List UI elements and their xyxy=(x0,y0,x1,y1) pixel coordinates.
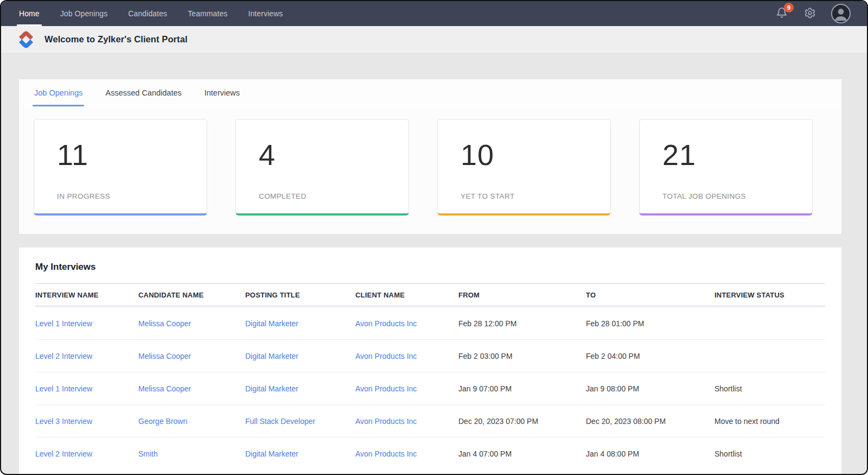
posting-title-link[interactable]: Digital Marketer xyxy=(245,352,355,360)
column-header-posting-title: POSTING TITLE xyxy=(245,291,355,299)
job-openings-panel: Job Openings Assessed Candidates Intervi… xyxy=(19,79,841,234)
stat-card-in-progress[interactable]: 11 IN PROGRESS xyxy=(34,119,207,216)
stat-value: 11 xyxy=(57,139,88,171)
to-cell: Feb 28 01:00 PM xyxy=(586,319,714,328)
stat-card-total-job-openings[interactable]: 21 TOTAL JOB OPENINGS xyxy=(639,119,813,216)
main-content: Job Openings Assessed Candidates Intervi… xyxy=(1,79,867,475)
column-header-interview-status: INTERVIEW STATUS xyxy=(714,291,825,299)
dashboard-tabs: Job Openings Assessed Candidates Intervi… xyxy=(19,79,841,106)
table-header: INTERVIEW NAME CANDIDATE NAME POSTING TI… xyxy=(35,283,825,306)
candidate-name-link[interactable]: Melissa Cooper xyxy=(138,384,245,393)
status-cell: Shortlist xyxy=(714,384,825,393)
status-cell: Shortlist xyxy=(714,449,825,458)
from-cell: Feb 2 03:00 PM xyxy=(458,352,586,360)
posting-title-link[interactable]: Digital Marketer xyxy=(245,384,355,393)
app-window: Home Job Openings Candidates Teammates I… xyxy=(0,0,868,475)
interview-name-link[interactable]: Level 2 Interview xyxy=(35,352,138,360)
nav-item-interviews[interactable]: Interviews xyxy=(248,1,283,26)
column-header-interview-name: INTERVIEW NAME xyxy=(35,291,138,299)
column-header-candidate-name: CANDIDATE NAME xyxy=(138,291,245,299)
status-cell: Move to next round xyxy=(714,417,825,426)
client-name-link[interactable]: Avon Products Inc xyxy=(355,352,458,360)
candidate-name-link[interactable]: Smith xyxy=(138,449,245,458)
my-interviews-panel: My Interviews INTERVIEW NAME CANDIDATE N… xyxy=(19,248,841,475)
stat-value: 10 xyxy=(461,139,494,171)
welcome-bar: Welcome to Zylker's Client Portal xyxy=(1,26,867,53)
from-cell: Jan 9 07:00 PM xyxy=(458,384,586,393)
tab-job-openings[interactable]: Job Openings xyxy=(34,79,82,106)
stat-cards: 11 IN PROGRESS 4 COMPLETED 10 YET TO STA… xyxy=(19,106,841,234)
candidate-name-link[interactable]: George Brown xyxy=(138,417,245,426)
interview-name-link[interactable]: Level 1 Interview xyxy=(35,384,138,393)
settings-button[interactable] xyxy=(803,7,817,21)
top-navigation: Home Job Openings Candidates Teammates I… xyxy=(1,1,867,26)
section-title: My Interviews xyxy=(35,262,825,273)
tab-assessed-candidates[interactable]: Assessed Candidates xyxy=(105,79,181,106)
stat-label: IN PROGRESS xyxy=(57,192,110,200)
to-cell: Feb 2 04:00 PM xyxy=(586,352,714,360)
from-cell: Jan 4 07:00 PM xyxy=(458,449,586,458)
to-cell: Dec 20, 2023 08:00 PM xyxy=(586,417,714,426)
client-name-link[interactable]: Avon Products Inc xyxy=(355,417,458,426)
stat-card-completed[interactable]: 4 COMPLETED xyxy=(235,119,409,216)
avatar-photo xyxy=(832,5,850,22)
gear-icon xyxy=(804,7,816,21)
stat-label: COMPLETED xyxy=(259,192,307,200)
nav-menu: Home Job Openings Candidates Teammates I… xyxy=(19,1,283,26)
posting-title-link[interactable]: Full Stack Developer xyxy=(245,417,355,426)
candidate-name-link[interactable]: Melissa Cooper xyxy=(138,352,245,360)
notifications-button[interactable]: 9 xyxy=(775,7,789,21)
stat-value: 4 xyxy=(259,139,276,171)
user-avatar[interactable] xyxy=(831,4,851,23)
candidate-name-link[interactable]: Melissa Cooper xyxy=(138,319,245,328)
brand-logo xyxy=(16,30,36,49)
to-cell: Jan 9 08:00 PM xyxy=(586,384,714,393)
posting-title-link[interactable]: Digital Marketer xyxy=(245,319,355,328)
table-row: Level 2 Interview Smith Digital Marketer… xyxy=(35,438,825,470)
nav-item-job-openings[interactable]: Job Openings xyxy=(60,1,108,26)
client-name-link[interactable]: Avon Products Inc xyxy=(355,319,458,328)
nav-item-teammates[interactable]: Teammates xyxy=(188,1,227,26)
client-name-link[interactable]: Avon Products Inc xyxy=(355,384,458,393)
table-row: Level 3 Interview George Brown Full Stac… xyxy=(35,405,825,438)
client-name-link[interactable]: Avon Products Inc xyxy=(355,449,458,458)
column-header-from: FROM xyxy=(458,291,586,299)
stat-label: YET TO START xyxy=(461,192,515,200)
nav-item-candidates[interactable]: Candidates xyxy=(128,1,167,26)
nav-actions: 9 xyxy=(775,4,851,23)
table-row: Level 1 Interview Melissa Cooper Digital… xyxy=(35,307,825,340)
stat-label: TOTAL JOB OPENINGS xyxy=(662,192,746,200)
interview-name-link[interactable]: Level 2 Interview xyxy=(35,449,138,458)
table-row: Level 2 Interview Melissa Cooper Digital… xyxy=(35,340,825,372)
from-cell: Feb 28 12:00 PM xyxy=(458,319,586,328)
nav-item-home[interactable]: Home xyxy=(19,1,40,26)
stat-card-yet-to-start[interactable]: 10 YET TO START xyxy=(437,119,611,216)
stat-value: 21 xyxy=(662,139,696,171)
from-cell: Dec 20, 2023 07:00 PM xyxy=(458,417,586,426)
notification-badge: 9 xyxy=(784,3,794,12)
posting-title-link[interactable]: Digital Marketer xyxy=(245,449,355,458)
interview-name-link[interactable]: Level 3 Interview xyxy=(35,417,138,426)
column-header-client-name: CLIENT NAME xyxy=(355,291,458,299)
interview-name-link[interactable]: Level 1 Interview xyxy=(35,319,138,328)
tab-interviews[interactable]: Interviews xyxy=(205,79,240,106)
table-row: Level 1 Interview Melissa Cooper Digital… xyxy=(35,372,825,405)
to-cell: Jan 4 08:00 PM xyxy=(586,449,714,458)
page-title: Welcome to Zylker's Client Portal xyxy=(44,34,188,45)
column-header-to: TO xyxy=(586,291,714,299)
